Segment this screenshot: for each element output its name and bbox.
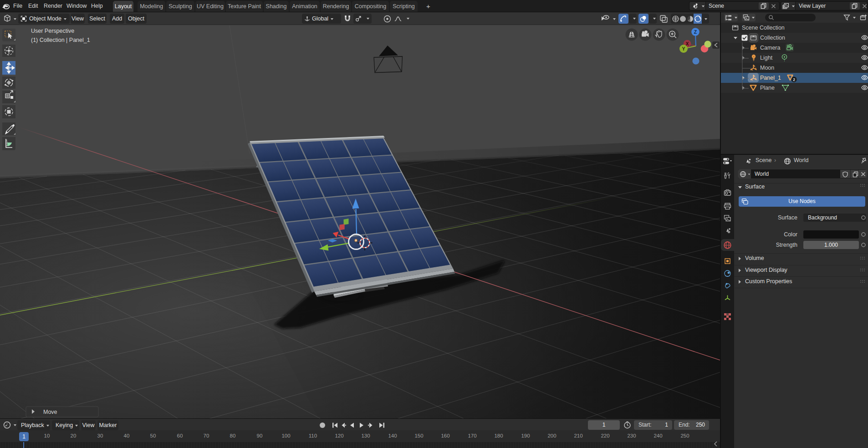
svg-text:Move: Move (43, 409, 57, 415)
svg-text:X: X (686, 41, 689, 46)
svg-text:User Perspective: User Perspective (31, 28, 74, 34)
svg-text:Z: Z (694, 29, 697, 35)
svg-text:2: 2 (793, 77, 795, 82)
svg-text:Y: Y (682, 46, 685, 51)
svg-text:(1) Collection | Panel_1: (1) Collection | Panel_1 (31, 37, 90, 43)
